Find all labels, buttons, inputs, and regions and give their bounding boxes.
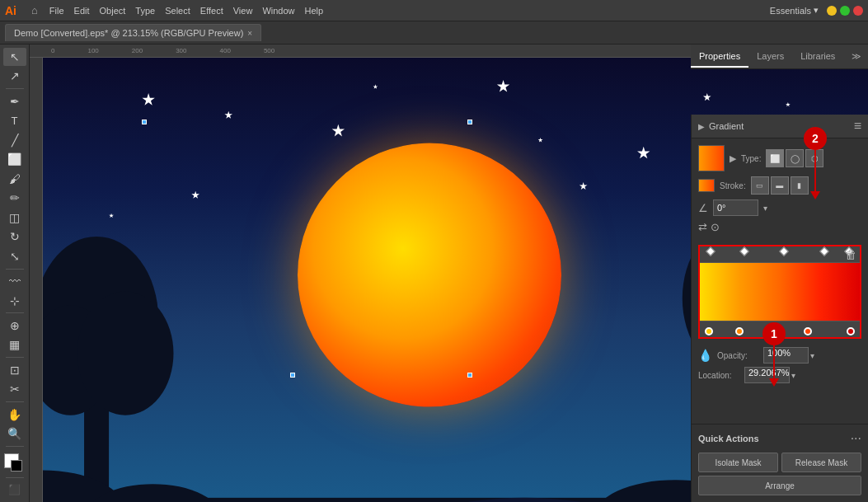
gradient-arrow-icon: ▶ xyxy=(730,153,736,164)
radial-gradient-btn[interactable]: ◯ xyxy=(786,149,804,167)
free-transform-tool[interactable]: ⊹ xyxy=(3,292,26,310)
line-tool[interactable]: ╱ xyxy=(3,131,26,149)
location-dropdown[interactable]: ▾ xyxy=(791,371,795,380)
left-toolbar: ↖ ↗ ✒ T ╱ ⬜ 🖌 ✏ ◫ ↻ ⤡ 〰 ⊹ ⊕ ▦ ⊡ ✂ ✋ 🔍 ⬛ xyxy=(0,45,30,502)
reverse-gradient-icon[interactable]: ⇄ xyxy=(698,221,707,233)
eyedropper-icon[interactable]: 💧 xyxy=(698,349,712,362)
shape-tool[interactable]: ⬜ xyxy=(3,150,26,168)
menu-items: File Edit Object Type Select Effect View… xyxy=(49,6,323,16)
annotation-arrow-2 xyxy=(814,150,816,191)
linear-gradient-btn[interactable]: ⬜ xyxy=(766,149,784,167)
stop-top-3[interactable] xyxy=(780,248,788,260)
column-graph-tool[interactable]: ▦ xyxy=(3,336,26,354)
quick-actions-title: Quick Actions xyxy=(698,434,759,443)
delete-stop-btn[interactable]: 🗑 xyxy=(845,248,856,261)
gradient-controls: ▶ Type: ⬜ ◯ ⬡ Stroke: ▭ ▬ ▮ xyxy=(692,138,868,245)
workspace-selector[interactable]: Essentials ▾ xyxy=(770,5,819,16)
gradient-more-btn[interactable]: ≡ xyxy=(854,120,861,133)
window-controls xyxy=(827,6,863,16)
annotation-circle-2: 2 xyxy=(804,127,827,150)
menu-view[interactable]: View xyxy=(233,6,253,16)
angle-input-field[interactable]: 0° xyxy=(713,199,758,216)
menu-file[interactable]: File xyxy=(49,6,64,16)
release-mask-button[interactable]: Release Mask xyxy=(781,453,861,472)
tab-title: Demo [Converted].eps* @ 213.15% (RGB/GPU… xyxy=(14,28,243,38)
canvas-area[interactable]: 0 100 200 300 400 500 xyxy=(30,45,868,502)
gradient-title: Gradient xyxy=(709,121,744,131)
menu-help[interactable]: Help xyxy=(305,6,324,16)
selection-handle-tr xyxy=(467,120,472,124)
slice-tool[interactable]: ✂ xyxy=(3,381,26,399)
artboard-tool[interactable]: ⊡ xyxy=(3,361,26,379)
tab-layers[interactable]: Layers xyxy=(748,46,792,68)
stroke-type-2[interactable]: ▬ xyxy=(771,176,789,195)
stroke-type-buttons: ▭ ▬ ▮ xyxy=(751,176,809,195)
color-swatches xyxy=(2,453,27,474)
options-icon-2[interactable]: ⊙ xyxy=(711,221,720,233)
menu-select[interactable]: Select xyxy=(165,6,190,16)
menu-object[interactable]: Object xyxy=(100,6,126,16)
symbol-sprayer-tool[interactable]: ⊕ xyxy=(3,317,26,335)
type-tool[interactable]: T xyxy=(3,111,26,129)
menu-bar: Ai ⌂ File Edit Object Type Select Effect… xyxy=(0,0,868,21)
rotate-tool[interactable]: ↻ xyxy=(3,228,26,246)
type-label: Type: xyxy=(741,154,761,163)
isolate-mask-button[interactable]: Isolate Mask xyxy=(698,453,778,472)
color-stop-5[interactable] xyxy=(847,327,855,335)
menu-window[interactable]: Window xyxy=(262,6,294,16)
angle-row: ∠ 0° ▾ xyxy=(698,199,861,216)
type-row: ▶ Type: ⬜ ◯ ⬡ xyxy=(698,145,861,171)
eraser-tool[interactable]: ◫ xyxy=(3,209,26,227)
pencil-tool[interactable]: ✏ xyxy=(3,189,26,207)
color-stop-1[interactable] xyxy=(705,327,713,335)
chevron-down-icon: ▾ xyxy=(814,5,819,16)
menu-type[interactable]: Type xyxy=(135,6,155,16)
ruler-left xyxy=(30,58,43,502)
warp-tool[interactable]: 〰 xyxy=(3,272,26,290)
menu-effect[interactable]: Effect xyxy=(200,6,223,16)
options-row: ⇄ ⊙ xyxy=(698,221,861,233)
close-tab-icon[interactable]: × xyxy=(247,29,252,38)
sun-object[interactable] xyxy=(298,143,561,406)
color-stop-4[interactable] xyxy=(804,327,812,335)
direct-select-tool[interactable]: ↗ xyxy=(3,68,26,86)
panel-spacer xyxy=(692,392,868,424)
selection-handle-br xyxy=(467,373,472,378)
close-button[interactable] xyxy=(853,6,863,16)
angle-icon: ∠ xyxy=(698,202,708,214)
scale-tool[interactable]: ⤡ xyxy=(3,247,26,265)
maximize-button[interactable] xyxy=(840,6,850,16)
angle-dropdown-icon[interactable]: ▾ xyxy=(763,204,767,213)
tab-properties[interactable]: Properties xyxy=(691,46,748,68)
stroke-swatch[interactable] xyxy=(698,179,715,192)
document-tab[interactable]: Demo [Converted].eps* @ 213.15% (RGB/GPU… xyxy=(5,24,261,41)
select-tool[interactable]: ↖ xyxy=(3,48,26,66)
tab-libraries[interactable]: Libraries xyxy=(792,46,843,68)
gradient-floating-panel: ▶ Gradient ≡ ▶ Type: ⬜ ◯ ⬡ xyxy=(691,115,868,502)
pen-tool[interactable]: ✒ xyxy=(3,92,26,110)
home-icon[interactable]: ⌂ xyxy=(31,4,38,16)
minimize-button[interactable] xyxy=(827,6,837,16)
hand-tool[interactable]: ✋ xyxy=(3,406,26,424)
arrange-button[interactable]: Arrange xyxy=(698,476,861,495)
stop-top-2[interactable] xyxy=(740,248,748,260)
stop-top-1[interactable] xyxy=(706,248,715,260)
stop-top-4[interactable] xyxy=(820,248,828,260)
stroke-type-1[interactable]: ▭ xyxy=(751,176,769,195)
zoom-tool[interactable]: 🔍 xyxy=(3,425,26,443)
opacity-dropdown[interactable]: ▾ xyxy=(810,351,814,360)
ai-logo: Ai xyxy=(5,4,16,17)
change-screen-mode[interactable]: ⬛ xyxy=(3,481,26,499)
selection-handle-bl xyxy=(142,373,147,378)
quick-actions-more[interactable]: ··· xyxy=(851,431,861,446)
location-label: Location: xyxy=(698,371,739,380)
paintbrush-tool[interactable]: 🖌 xyxy=(3,170,26,188)
panel-collapse-btn[interactable]: ≫ xyxy=(845,46,868,67)
stroke-color[interactable] xyxy=(11,460,22,472)
color-stop-2[interactable] xyxy=(735,327,744,335)
panel-tabs-bar: Properties Layers Libraries ≫ xyxy=(691,45,868,69)
gradient-section-header: ▶ Gradient ≡ xyxy=(692,115,868,138)
annotation-2: 2 xyxy=(804,127,827,199)
menu-edit[interactable]: Edit xyxy=(74,6,90,16)
gradient-preview-swatch[interactable] xyxy=(698,145,725,171)
